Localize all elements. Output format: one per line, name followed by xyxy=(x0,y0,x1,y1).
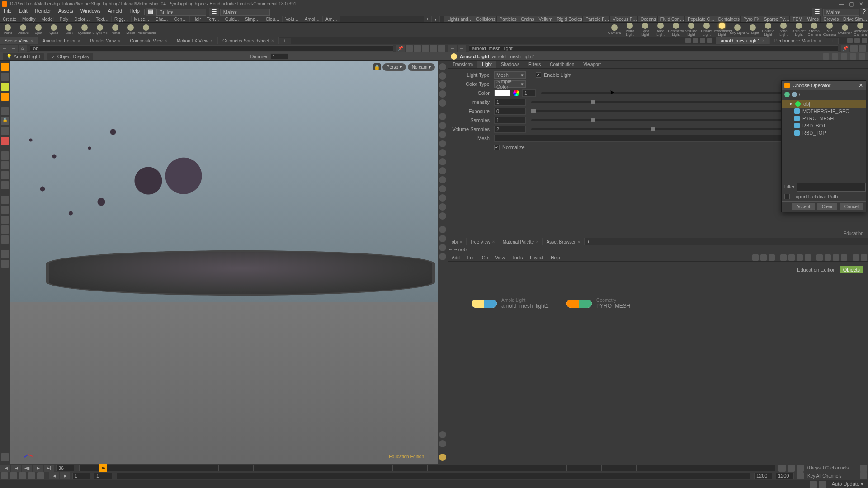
pane-tab[interactable]: arnold_mesh_light1 × xyxy=(716,37,770,44)
first-frame-button[interactable]: |◀ xyxy=(0,465,10,472)
param-tab-viewport[interactable]: Viewport xyxy=(579,61,605,68)
tool-icon[interactable] xyxy=(1,171,9,179)
network-menu-edit[interactable]: Edit xyxy=(463,254,478,261)
display-option-icon[interactable] xyxy=(439,81,446,89)
tool-icon[interactable] xyxy=(1,83,9,91)
shelf-plus[interactable]: + xyxy=(424,16,432,22)
param-icon[interactable] xyxy=(859,45,866,52)
timeline-opt-icon[interactable] xyxy=(28,472,35,479)
pane-icon[interactable] xyxy=(862,38,867,43)
network-tool-icon[interactable] xyxy=(752,254,759,261)
shelf-tab[interactable]: Terr… xyxy=(204,16,222,22)
shelf-tool-camera[interactable]: Camera xyxy=(607,23,622,37)
select-tool-icon[interactable] xyxy=(1,63,9,71)
display-option-icon[interactable] xyxy=(439,226,446,233)
network-search-icon[interactable] xyxy=(853,254,859,261)
network-menu-go[interactable]: Go xyxy=(478,254,491,261)
object-display-toggle[interactable]: ✓Object Display xyxy=(47,53,93,60)
shelf-tab[interactable]: Musc… xyxy=(132,16,153,22)
shelf-tab[interactable]: Pyro FX xyxy=(741,16,761,22)
shelf-tab[interactable]: Fluid Con… xyxy=(658,16,685,22)
path-icon[interactable]: ⌂ xyxy=(458,247,461,252)
network-tool-icon[interactable] xyxy=(833,254,839,261)
shelf-tool-gi-light[interactable]: GI Light xyxy=(745,23,760,37)
timeline-icon[interactable] xyxy=(778,465,786,472)
network-tool-icon[interactable] xyxy=(788,254,795,261)
shelf-tab[interactable]: Create xyxy=(0,16,19,22)
viewport-path[interactable]: obj xyxy=(30,45,393,52)
filter-icon[interactable] xyxy=(832,53,838,60)
lock-icon[interactable] xyxy=(1,117,9,125)
export-relative-checkbox[interactable] xyxy=(784,194,790,199)
shelf-tool-point[interactable]: Point xyxy=(0,23,15,37)
network-tab[interactable]: Material Palette × xyxy=(499,238,543,245)
tool-icon[interactable] xyxy=(1,196,9,204)
param-path[interactable]: arnold_mesh_light1 xyxy=(469,45,838,52)
shelf-tool-environment-light[interactable]: Environment Light xyxy=(714,23,730,37)
help-icon[interactable]: ? xyxy=(860,8,868,16)
network-tool-icon[interactable] xyxy=(816,254,823,261)
range-end-field[interactable]: 1200 xyxy=(776,473,794,479)
network-tab[interactable]: obj × xyxy=(448,238,467,245)
shelf-tab[interactable]: Grains xyxy=(518,16,536,22)
shelf-tab[interactable]: Hair xyxy=(190,16,204,22)
dialog-breadcrumb[interactable]: / xyxy=(782,90,866,99)
display-option-icon[interactable] xyxy=(439,72,446,80)
current-frame-field[interactable]: 36 xyxy=(56,465,74,471)
pane-tab[interactable]: Motion FX View × xyxy=(172,37,218,44)
shelf-tab[interactable]: Text… xyxy=(93,16,112,22)
shelf-tab[interactable]: Particles xyxy=(497,16,519,22)
display-option-icon[interactable] xyxy=(439,90,446,98)
timeline-icon[interactable] xyxy=(797,465,804,472)
shelf-tab[interactable]: Defor… xyxy=(71,16,93,22)
shelf-tab[interactable]: Wires xyxy=(804,16,821,22)
menu-windows[interactable]: Windows xyxy=(77,7,104,14)
network-menu-layout[interactable]: Layout xyxy=(526,254,547,261)
pane-icon[interactable] xyxy=(693,38,698,43)
shelf-chevron[interactable]: ▾ xyxy=(432,16,440,22)
nav-fwd-button[interactable]: → xyxy=(453,247,458,252)
key-icon[interactable] xyxy=(797,472,804,479)
volume-samples-field[interactable]: 2 xyxy=(494,126,526,133)
network-tool-icon[interactable] xyxy=(825,254,831,261)
display-option-icon[interactable] xyxy=(439,158,446,165)
enable-light-checkbox[interactable]: ✓ xyxy=(536,72,541,78)
status-icon[interactable] xyxy=(810,481,817,488)
shelf-tool-caustic-light[interactable]: Caustic Light xyxy=(760,23,776,37)
shelf-tab[interactable]: Guid… xyxy=(222,16,242,22)
play-back-button[interactable]: ◀▮ xyxy=(22,465,32,472)
shelf-tab[interactable]: Drive Sim… xyxy=(840,16,868,22)
display-option-icon[interactable] xyxy=(439,454,446,461)
tree-item[interactable]: MOTHERSHIP_GEO xyxy=(782,108,866,115)
shelf-tab[interactable]: Arnol… xyxy=(302,16,323,22)
auto-update-toggle[interactable]: Auto Update ▾ xyxy=(827,481,868,487)
tool-icon[interactable] xyxy=(1,453,9,461)
display-option-icon[interactable] xyxy=(439,194,446,202)
playhead[interactable]: 36 xyxy=(99,464,107,472)
normalize-checkbox[interactable]: ✓ xyxy=(494,145,500,150)
shelf-tool-spot[interactable]: Spot xyxy=(31,23,46,37)
network-canvas[interactable]: Education EditionObjects Arnold Lightarn… xyxy=(448,262,868,464)
shelf-tool-switcher[interactable]: Switcher xyxy=(837,23,853,37)
tree-item[interactable]: PYRO_MESH xyxy=(782,115,866,122)
display-option-icon[interactable] xyxy=(439,140,446,147)
shelf-tool-skydome[interactable]: Skydome xyxy=(92,23,108,37)
nav-fwd-button[interactable]: → xyxy=(458,45,466,52)
viewport-icon[interactable] xyxy=(414,45,421,52)
tool-icon[interactable] xyxy=(1,260,9,268)
pane-icon[interactable] xyxy=(685,38,691,43)
tool-icon[interactable] xyxy=(1,250,9,258)
shelf-tool-point-light[interactable]: Point Light xyxy=(622,23,637,37)
display-option-icon[interactable] xyxy=(439,212,446,220)
pane-icon[interactable] xyxy=(854,38,860,43)
display-option-icon[interactable] xyxy=(439,63,446,70)
network-tab-plus[interactable]: + xyxy=(585,239,593,244)
shelf-tool-portal[interactable]: Portal xyxy=(108,23,123,37)
shelf-tab[interactable]: Collisions xyxy=(473,16,497,22)
param-tab-light[interactable]: Light xyxy=(477,61,496,68)
network-tab[interactable]: Tree View × xyxy=(467,238,499,245)
search-icon[interactable] xyxy=(841,53,847,60)
close-button[interactable]: ✕ xyxy=(856,1,866,7)
display-option-icon[interactable] xyxy=(439,440,446,447)
shelf-tool-portal-light[interactable]: Portal Light xyxy=(776,23,791,37)
